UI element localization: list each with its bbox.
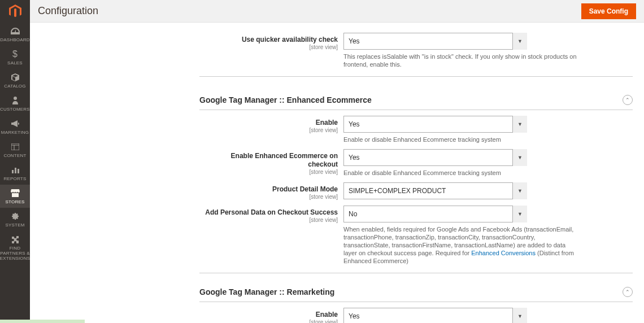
section-enhanced-ecommerce[interactable]: Google Tag Manager :: Enhanced Ecommerce… [199,87,633,110]
field-quicker-availability: Use quicker availability check [store vi… [199,33,633,68]
sidebar-label: FIND PARTNERS & EXTENSIONS [0,246,30,261]
status-strip [0,320,85,323]
svg-rect-4 [12,170,14,173]
select-ee-checkout[interactable]: Yes [343,149,527,166]
sidebar-label: SYSTEM [5,222,24,228]
gauge-icon [11,26,20,36]
sidebar-label: CONTENT [3,153,26,158]
field-label: Enable [316,119,338,126]
collapse-icon: ⌃ [623,95,633,105]
field-ee-checkout: Enable Enhanced Ecommerce on checkout [s… [199,149,633,177]
svg-rect-1 [11,143,19,150]
field-label: Use quicker availability check [242,36,338,43]
sidebar-item-system[interactable]: SYSTEM [0,208,30,231]
megaphone-icon [11,119,19,129]
select-quicker-availability[interactable]: Yes [343,33,527,50]
layout-icon [11,142,19,152]
sidebar-item-content[interactable]: CONTENT [0,138,30,162]
save-config-button[interactable]: Save Config [581,3,636,19]
sidebar-item-reports[interactable]: REPORTS [0,162,30,185]
sidebar-label: SALES [7,60,23,66]
box-icon [11,72,19,82]
field-scope: [store view] [199,319,338,323]
svg-point-0 [14,97,17,100]
chart-icon [11,165,19,175]
sidebar-label: STORES [6,199,25,204]
field-label: Enable [316,311,338,318]
sidebar-label: REPORTS [4,176,27,181]
admin-sidebar: DASHBOARD $ SALES CATALOG CUSTOMERS MARK… [0,0,30,323]
puzzle-icon [11,234,19,245]
svg-rect-6 [18,169,19,173]
field-label: Product Detail Mode [272,185,338,193]
field-scope: [store view] [199,194,338,200]
sidebar-label: CUSTOMERS [0,107,30,112]
sidebar-label: CATALOG [4,84,25,89]
select-rm-enable[interactable]: Yes [343,308,527,323]
sidebar-item-customers[interactable]: CUSTOMERS [0,92,30,115]
magento-logo[interactable] [0,0,30,23]
sidebar-item-catalog[interactable]: CATALOG [0,69,30,92]
field-scope: [store view] [199,217,338,223]
field-rm-enable: Enable [store view] Yes ▼ Enable or disa… [199,308,633,323]
field-ee-personal-data: Add Personal Data on Checkout Success [s… [199,206,633,265]
field-scope: [store view] [199,169,338,175]
svg-rect-5 [15,168,16,173]
collapse-icon: ⌃ [623,287,633,297]
person-icon [12,95,18,106]
field-note: When enabled, fields required for Google… [343,225,581,265]
sidebar-label: DASHBOARD [0,37,29,42]
dollar-icon: $ [12,49,18,59]
select-ee-personal-data[interactable]: No [343,206,527,222]
field-scope: [store view] [199,127,338,133]
config-content: Use quicker availability check [store vi… [30,23,644,323]
field-label: Enable Enhanced Ecommerce on checkout [231,152,338,168]
enhanced-conversions-link[interactable]: Enhanced Conversions [471,250,536,256]
select-ee-enable[interactable]: Yes [343,116,527,133]
sidebar-item-dashboard[interactable]: DASHBOARD [0,23,30,46]
gear-icon [11,211,19,221]
top-bar: Configuration Save Config [30,0,644,23]
field-scope: [store view] [199,44,338,50]
field-ee-product-mode: Product Detail Mode [store view] SIMPLE+… [199,182,633,200]
section-remarketing[interactable]: Google Tag Manager :: Remarketing ⌃ [199,279,633,302]
field-note: Enable or disable Enhanced Ecommerce tra… [343,169,581,177]
sidebar-item-marketing[interactable]: MARKETING [0,115,30,138]
field-note: This replaces isSalable with "is in stoc… [343,53,581,68]
sidebar-item-sales[interactable]: $ SALES [0,46,30,69]
page-title: Configuration [38,5,98,17]
section-title: Google Tag Manager :: Remarketing [199,287,334,296]
field-ee-enable: Enable [store view] Yes ▼ Enable or disa… [199,116,633,143]
store-icon [11,188,20,198]
sidebar-label: MARKETING [1,130,29,135]
sidebar-item-partners[interactable]: FIND PARTNERS & EXTENSIONS [0,231,30,264]
field-label: Add Personal Data on Checkout Success [205,208,338,216]
sidebar-item-stores[interactable]: STORES [0,185,30,208]
field-note: Enable or disable Enhanced Ecommerce tra… [343,136,581,143]
select-ee-product-mode[interactable]: SIMPLE+COMPLEX PRODUCT [343,182,527,199]
section-title: Google Tag Manager :: Enhanced Ecommerce [199,95,372,104]
